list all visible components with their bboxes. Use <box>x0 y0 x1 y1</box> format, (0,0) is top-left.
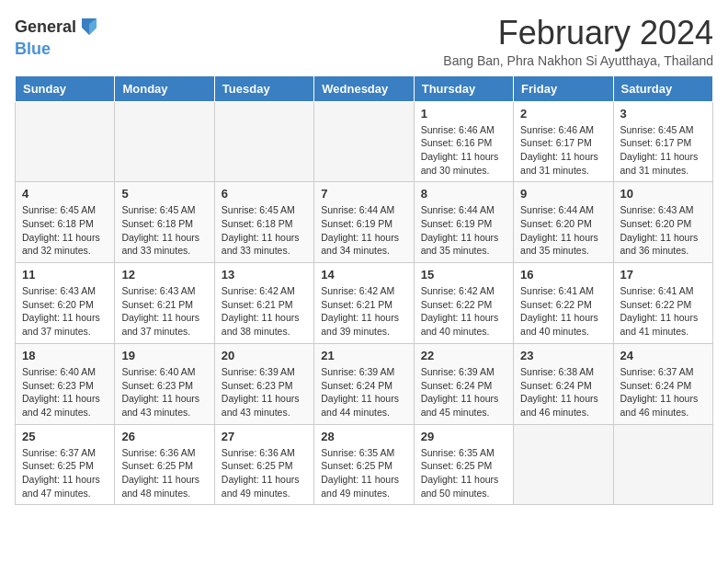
day-number: 1 <box>421 107 506 121</box>
calendar-cell: 7Sunrise: 6:44 AM Sunset: 6:19 PM Daylig… <box>314 182 414 263</box>
col-thursday: Thursday <box>414 75 513 101</box>
day-info: Sunrise: 6:45 AM Sunset: 6:18 PM Dayligh… <box>22 203 108 258</box>
day-info: Sunrise: 6:41 AM Sunset: 6:22 PM Dayligh… <box>620 284 706 339</box>
calendar-cell: 21Sunrise: 6:39 AM Sunset: 6:24 PM Dayli… <box>314 343 414 424</box>
day-info: Sunrise: 6:38 AM Sunset: 6:24 PM Dayligh… <box>520 365 606 419</box>
calendar-cell <box>115 101 214 182</box>
calendar-week-1: 4Sunrise: 6:45 AM Sunset: 6:18 PM Daylig… <box>16 182 713 263</box>
calendar-cell: 4Sunrise: 6:45 AM Sunset: 6:18 PM Daylig… <box>16 182 115 263</box>
day-number: 13 <box>222 268 307 282</box>
logo-blue: Blue <box>15 40 51 58</box>
day-number: 3 <box>620 107 706 121</box>
calendar-cell: 11Sunrise: 6:43 AM Sunset: 6:20 PM Dayli… <box>16 263 115 344</box>
day-number: 25 <box>22 430 108 443</box>
calendar-cell: 29Sunrise: 6:35 AM Sunset: 6:25 PM Dayli… <box>414 424 513 505</box>
header-row: Sunday Monday Tuesday Wednesday Thursday… <box>16 75 713 101</box>
calendar-cell: 2Sunrise: 6:46 AM Sunset: 6:17 PM Daylig… <box>514 101 613 182</box>
day-number: 27 <box>222 430 307 443</box>
calendar-cell: 27Sunrise: 6:36 AM Sunset: 6:25 PM Dayli… <box>214 424 313 505</box>
day-number: 14 <box>321 268 406 282</box>
calendar-cell: 18Sunrise: 6:40 AM Sunset: 6:23 PM Dayli… <box>16 343 115 424</box>
day-number: 15 <box>421 268 506 282</box>
day-number: 12 <box>121 268 207 282</box>
day-info: Sunrise: 6:43 AM Sunset: 6:20 PM Dayligh… <box>22 284 108 339</box>
day-number: 4 <box>22 187 108 201</box>
day-info: Sunrise: 6:45 AM Sunset: 6:18 PM Dayligh… <box>121 203 207 258</box>
col-friday: Friday <box>514 75 613 101</box>
calendar-cell: 8Sunrise: 6:44 AM Sunset: 6:19 PM Daylig… <box>414 182 513 263</box>
logo: General Blue <box>15 15 100 59</box>
calendar-cell: 24Sunrise: 6:37 AM Sunset: 6:24 PM Dayli… <box>613 343 712 424</box>
day-info: Sunrise: 6:36 AM Sunset: 6:25 PM Dayligh… <box>121 446 207 500</box>
col-sunday: Sunday <box>16 75 115 101</box>
day-number: 6 <box>222 187 307 201</box>
day-info: Sunrise: 6:35 AM Sunset: 6:25 PM Dayligh… <box>421 446 506 500</box>
calendar-week-2: 11Sunrise: 6:43 AM Sunset: 6:20 PM Dayli… <box>16 263 713 344</box>
col-wednesday: Wednesday <box>314 75 414 101</box>
logo-icon <box>78 15 100 40</box>
subtitle: Bang Ban, Phra Nakhon Si Ayutthaya, Thai… <box>443 53 713 68</box>
calendar-cell: 25Sunrise: 6:37 AM Sunset: 6:25 PM Dayli… <box>16 424 115 505</box>
calendar-cell: 3Sunrise: 6:45 AM Sunset: 6:17 PM Daylig… <box>613 101 712 182</box>
calendar-cell: 15Sunrise: 6:42 AM Sunset: 6:22 PM Dayli… <box>414 263 513 344</box>
calendar-cell: 9Sunrise: 6:44 AM Sunset: 6:20 PM Daylig… <box>514 182 613 263</box>
calendar-cell: 16Sunrise: 6:41 AM Sunset: 6:22 PM Dayli… <box>514 263 613 344</box>
col-tuesday: Tuesday <box>214 75 313 101</box>
calendar-cell <box>314 101 414 182</box>
day-info: Sunrise: 6:40 AM Sunset: 6:23 PM Dayligh… <box>22 365 108 419</box>
calendar-table: Sunday Monday Tuesday Wednesday Thursday… <box>15 75 713 506</box>
day-number: 16 <box>520 268 606 282</box>
calendar-cell: 5Sunrise: 6:45 AM Sunset: 6:18 PM Daylig… <box>115 182 214 263</box>
day-number: 21 <box>321 349 406 362</box>
day-number: 8 <box>421 187 506 201</box>
day-number: 29 <box>421 430 506 443</box>
day-number: 23 <box>520 349 606 362</box>
calendar-cell: 23Sunrise: 6:38 AM Sunset: 6:24 PM Dayli… <box>514 343 613 424</box>
day-number: 18 <box>22 349 108 362</box>
day-number: 24 <box>620 349 706 362</box>
calendar-cell: 17Sunrise: 6:41 AM Sunset: 6:22 PM Dayli… <box>613 263 712 344</box>
calendar-cell <box>514 424 613 505</box>
calendar-cell: 14Sunrise: 6:42 AM Sunset: 6:21 PM Dayli… <box>314 263 414 344</box>
day-number: 11 <box>22 268 108 282</box>
title-area: February 2024 Bang Ban, Phra Nakhon Si A… <box>443 15 713 68</box>
day-info: Sunrise: 6:37 AM Sunset: 6:24 PM Dayligh… <box>620 365 706 419</box>
day-info: Sunrise: 6:45 AM Sunset: 6:17 PM Dayligh… <box>620 123 706 178</box>
main-title: February 2024 <box>443 15 713 52</box>
calendar-cell: 6Sunrise: 6:45 AM Sunset: 6:18 PM Daylig… <box>214 182 313 263</box>
day-info: Sunrise: 6:43 AM Sunset: 6:21 PM Dayligh… <box>121 284 207 339</box>
calendar-cell: 22Sunrise: 6:39 AM Sunset: 6:24 PM Dayli… <box>414 343 513 424</box>
day-info: Sunrise: 6:43 AM Sunset: 6:20 PM Dayligh… <box>620 203 706 258</box>
day-info: Sunrise: 6:36 AM Sunset: 6:25 PM Dayligh… <box>222 446 307 500</box>
calendar-cell: 1Sunrise: 6:46 AM Sunset: 6:16 PM Daylig… <box>414 101 513 182</box>
calendar-cell: 28Sunrise: 6:35 AM Sunset: 6:25 PM Dayli… <box>314 424 414 505</box>
day-info: Sunrise: 6:45 AM Sunset: 6:18 PM Dayligh… <box>222 203 307 258</box>
calendar-cell: 26Sunrise: 6:36 AM Sunset: 6:25 PM Dayli… <box>115 424 214 505</box>
calendar-cell: 19Sunrise: 6:40 AM Sunset: 6:23 PM Dayli… <box>115 343 214 424</box>
day-info: Sunrise: 6:39 AM Sunset: 6:24 PM Dayligh… <box>321 365 406 419</box>
day-number: 9 <box>520 187 606 201</box>
day-number: 7 <box>321 187 406 201</box>
header: General Blue February 2024 Bang Ban, Phr… <box>15 15 713 68</box>
day-info: Sunrise: 6:37 AM Sunset: 6:25 PM Dayligh… <box>22 446 108 500</box>
logo-general: General <box>15 18 76 37</box>
day-info: Sunrise: 6:42 AM Sunset: 6:21 PM Dayligh… <box>321 284 406 339</box>
day-number: 5 <box>121 187 207 201</box>
calendar-cell: 10Sunrise: 6:43 AM Sunset: 6:20 PM Dayli… <box>613 182 712 263</box>
day-info: Sunrise: 6:44 AM Sunset: 6:19 PM Dayligh… <box>421 203 506 258</box>
calendar-week-3: 18Sunrise: 6:40 AM Sunset: 6:23 PM Dayli… <box>16 343 713 424</box>
calendar-cell: 20Sunrise: 6:39 AM Sunset: 6:23 PM Dayli… <box>214 343 313 424</box>
day-info: Sunrise: 6:35 AM Sunset: 6:25 PM Dayligh… <box>321 446 406 500</box>
day-info: Sunrise: 6:42 AM Sunset: 6:21 PM Dayligh… <box>222 284 307 339</box>
day-info: Sunrise: 6:46 AM Sunset: 6:17 PM Dayligh… <box>520 123 606 178</box>
col-saturday: Saturday <box>613 75 712 101</box>
day-number: 19 <box>121 349 207 362</box>
calendar-week-0: 1Sunrise: 6:46 AM Sunset: 6:16 PM Daylig… <box>16 101 713 182</box>
day-info: Sunrise: 6:46 AM Sunset: 6:16 PM Dayligh… <box>421 123 506 178</box>
calendar-cell <box>613 424 712 505</box>
day-info: Sunrise: 6:39 AM Sunset: 6:24 PM Dayligh… <box>421 365 506 419</box>
col-monday: Monday <box>115 75 214 101</box>
calendar-cell <box>214 101 313 182</box>
day-number: 17 <box>620 268 706 282</box>
day-info: Sunrise: 6:41 AM Sunset: 6:22 PM Dayligh… <box>520 284 606 339</box>
